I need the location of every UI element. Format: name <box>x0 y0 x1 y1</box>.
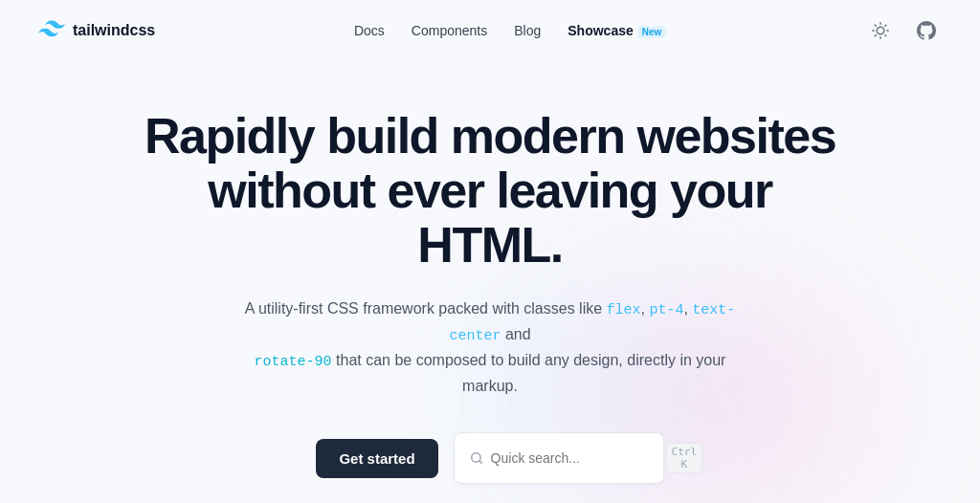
nav-icons <box>865 15 942 46</box>
svg-line-4 <box>885 35 886 36</box>
sun-icon <box>872 22 889 39</box>
svg-line-8 <box>885 25 886 26</box>
hero-section: Rapidly build modern websites without ev… <box>0 61 980 503</box>
navbar: tailwindcss Docs Components Blog Showcas… <box>0 0 980 61</box>
search-shortcut: Ctrl K <box>666 443 703 473</box>
search-icon <box>470 451 483 465</box>
svg-line-7 <box>875 35 876 36</box>
theme-toggle-button[interactable] <box>865 15 896 46</box>
logo-icon <box>38 19 65 42</box>
hero-subtitle: A utility-first CSS framework packed wit… <box>232 296 748 399</box>
get-started-button[interactable]: Get started <box>316 439 437 478</box>
nav-links: Docs Components Blog ShowcaseNew <box>354 23 666 38</box>
nav-link-showcase[interactable]: ShowcaseNew <box>568 23 666 38</box>
svg-line-3 <box>875 25 876 26</box>
new-badge: New <box>637 26 667 38</box>
hero-actions: Get started Ctrl K <box>316 432 663 484</box>
svg-line-10 <box>479 461 481 464</box>
logo-link[interactable]: tailwindcss <box>38 19 155 42</box>
github-icon <box>917 21 936 40</box>
search-input[interactable] <box>491 450 658 466</box>
logo-text: tailwindcss <box>73 22 155 39</box>
hero-title: Rapidly build modern websites without ev… <box>131 109 849 273</box>
search-bar[interactable]: Ctrl K <box>454 432 664 484</box>
nav-link-blog[interactable]: Blog <box>514 23 541 38</box>
svg-point-0 <box>877 27 884 34</box>
nav-link-components[interactable]: Components <box>412 23 487 38</box>
nav-link-docs[interactable]: Docs <box>354 23 385 38</box>
github-button[interactable] <box>911 15 942 46</box>
